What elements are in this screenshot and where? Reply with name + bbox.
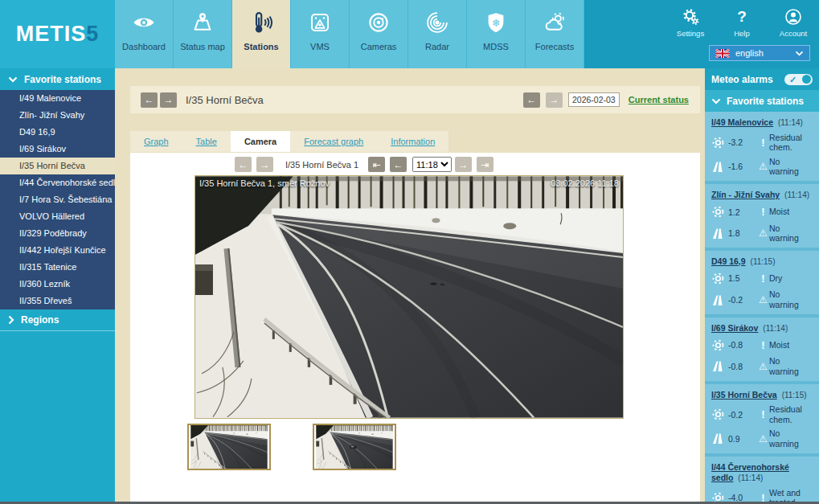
svg-text:❄: ❄	[492, 18, 500, 29]
current-status-link[interactable]: Current status	[629, 95, 689, 104]
chevron-down-icon	[795, 51, 804, 56]
chevron-down-icon	[711, 98, 721, 104]
thumbnail-scene	[189, 425, 269, 469]
tab-information[interactable]: Information	[377, 131, 448, 152]
station-card-time: (11:14)	[778, 118, 803, 127]
last-image-button[interactable]: ⇥	[477, 157, 493, 172]
language-selector[interactable]: english	[709, 45, 810, 61]
station-card-link[interactable]: I/49 Malenovice	[711, 117, 773, 127]
tab-graph[interactable]: Graph	[130, 131, 182, 152]
date-input[interactable]	[568, 92, 620, 107]
station-card: I/44 Červenohorské sedlo (11:14) -4.0 !	[705, 457, 819, 504]
nav-tab-radar[interactable]: Radar	[408, 0, 467, 68]
station-card-link[interactable]: I/69 Sirákov	[711, 323, 758, 333]
sidebar-station-item[interactable]: II/355 Dřeveš	[0, 293, 115, 309]
road-temp-row: -0.2 ⚠ No warning	[711, 289, 813, 309]
air-temp-row: 1.5 ! Dry	[711, 271, 813, 285]
next-camera-button[interactable]: →	[256, 157, 273, 172]
nav-tab-label: VMS	[310, 42, 330, 51]
next-image-button[interactable]: →	[455, 157, 472, 172]
settings-label: Settings	[677, 29, 704, 38]
sidebar-station-item[interactable]: I/49 Malenovice	[0, 90, 115, 107]
previous-day-button[interactable]: ←	[523, 92, 540, 108]
surface-status-text: Moist	[769, 207, 813, 217]
sidebar-station-item[interactable]: I/69 Sirákov	[0, 141, 115, 158]
nav-tab-mdss[interactable]: ❄ MDSS	[467, 0, 526, 68]
thumbnail-scene-with-car	[314, 425, 395, 469]
settings-button[interactable]: Settings	[673, 7, 708, 38]
camera-overlay-datetime: 03.02.2026 11:18	[551, 178, 619, 188]
sidebar-station-item[interactable]: Zlín- Jižní Svahy	[0, 107, 115, 124]
main-content: ← → I/35 Horní Bečva ← → Current status …	[115, 68, 705, 504]
air-temp-row: -0.8 ! Moist	[711, 338, 813, 352]
station-card-link[interactable]: I/35 Horní Bečva	[711, 390, 777, 400]
road-temp-value: -1.6	[728, 162, 757, 171]
road-temp-row: 0.9 ⚠ No warning	[711, 428, 813, 449]
sun-icon	[711, 272, 725, 285]
sidebar-station-item[interactable]: II/442 Hořejší Kunčice	[0, 242, 115, 259]
exclamation-icon: !	[757, 206, 769, 218]
sidebar-station-item[interactable]: VOLVO Hällered	[0, 208, 115, 225]
first-image-button[interactable]: ⇤	[368, 157, 385, 172]
nav-tab-stations[interactable]: Stations	[232, 0, 291, 68]
nav-tab-forecasts[interactable]: Forecasts	[526, 0, 584, 68]
warning-text: No warning	[769, 223, 813, 244]
road-temp-value: -0.2	[728, 295, 757, 305]
tab-forecast-graph[interactable]: Forecast graph	[290, 131, 377, 152]
account-button[interactable]: Account	[776, 7, 811, 38]
tab-camera[interactable]: Camera	[231, 131, 290, 152]
nav-tab-vms[interactable]: VMS	[291, 0, 350, 68]
help-button[interactable]: ? Help	[724, 7, 760, 38]
road-temp-row: 1.8 ⚠ No warning	[711, 223, 813, 244]
road-temp-row: -1.6 ⚠ No warning	[711, 157, 813, 177]
gear-icon	[681, 7, 700, 27]
sidebar-station-item[interactable]: I/7 Hora Sv. Šebestiána	[0, 191, 115, 208]
person-icon	[784, 7, 803, 27]
date-controls: ← → Current status	[523, 92, 689, 108]
header-right: Settings ? Help Account	[584, 0, 819, 68]
camera-image: I/35 Horní Bečva 1, směr Rožnov 03.02.20…	[195, 175, 624, 419]
road-temp-value: 0.9	[728, 434, 757, 444]
account-label: Account	[780, 29, 807, 38]
logo-text: METIS	[16, 22, 87, 47]
sidebar-station-item[interactable]: II/315 Tatenice	[0, 259, 115, 276]
sidebar-station-item[interactable]: I/44 Červenohorské sedlo	[0, 174, 115, 191]
warning-triangle-icon: ⚠	[757, 227, 769, 239]
warning-triangle-icon: ⚠	[757, 161, 769, 172]
station-card-link[interactable]: D49 16,9	[711, 256, 746, 266]
sidebar-station-item[interactable]: II/360 Lezník	[0, 276, 115, 293]
warning-text: No warning	[769, 356, 813, 376]
right-favorite-stations-header[interactable]: Favorite stations	[705, 90, 819, 112]
left-sidebar: Favorite stations I/49 Malenovice Zlín- …	[0, 68, 115, 504]
previous-station-button[interactable]: ←	[141, 92, 158, 108]
thermometer-signal-icon	[249, 10, 273, 35]
previous-image-button[interactable]: ←	[390, 157, 407, 172]
station-card-time: (11:14)	[784, 191, 809, 199]
camera-controls: ← → I/35 Horní Bečva 1 ⇤ ← 11:18 → ⇥	[80, 157, 650, 172]
next-station-button[interactable]: →	[160, 92, 177, 108]
nav-tab-status-map[interactable]: Status map	[174, 0, 232, 68]
camera-thumbnail-2[interactable]	[313, 424, 396, 470]
camera-thumbnail-1[interactable]	[187, 424, 271, 470]
uk-flag-icon	[715, 49, 730, 58]
nav-tab-label: Cameras	[361, 42, 397, 51]
station-card-time: (11:14)	[738, 473, 763, 482]
language-label: english	[735, 48, 764, 58]
next-day-button[interactable]: →	[546, 92, 563, 108]
meteo-alarms-toggle[interactable]: ✓	[784, 74, 813, 85]
warning-text: No warning	[769, 157, 813, 177]
favorite-stations-header[interactable]: Favorite stations	[0, 68, 115, 90]
tab-table[interactable]: Table	[182, 131, 231, 152]
nav-tab-cameras[interactable]: Cameras	[350, 0, 408, 68]
camera-time-select[interactable]: 11:18	[412, 157, 452, 172]
regions-header[interactable]: Regions	[0, 309, 115, 331]
previous-camera-button[interactable]: ←	[235, 157, 252, 172]
station-card-link[interactable]: Zlín - Jižní Svahy	[711, 190, 780, 199]
surface-status-text: Residual chem.	[769, 133, 813, 153]
warning-triangle-icon: ⚠	[757, 361, 769, 372]
eye-icon	[132, 10, 156, 35]
sidebar-station-item[interactable]: II/329 Poděbrady	[0, 225, 115, 242]
nav-tab-dashboard[interactable]: Dashboard	[115, 0, 174, 68]
road-temp-value: -0.8	[728, 362, 757, 371]
sidebar-station-item[interactable]: D49 16,9	[0, 124, 115, 141]
